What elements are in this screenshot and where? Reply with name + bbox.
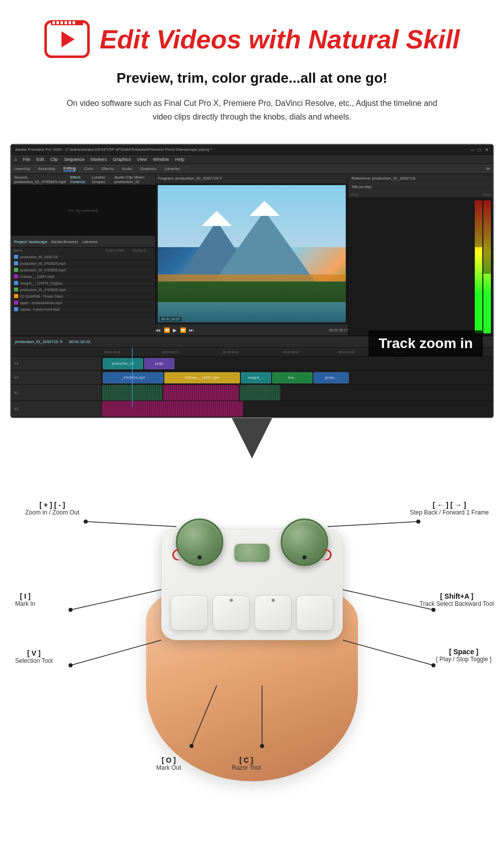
tab-libraries[interactable]: Libraries <box>164 166 180 171</box>
audioclip-tab[interactable]: Audio Clip Mixer: production_ID <box>114 175 152 184</box>
track-content-a1 <box>102 385 493 401</box>
tab-effects[interactable]: Effects <box>101 166 113 171</box>
playhead <box>132 348 133 407</box>
file-icon <box>14 261 18 265</box>
center-pad[interactable] <box>234 544 270 562</box>
button-right[interactable] <box>296 595 333 631</box>
project-tab[interactable]: Project: landscape <box>14 240 47 244</box>
media-browser-tab[interactable]: Media Browser <box>51 240 78 244</box>
tab-color[interactable]: Color <box>84 166 93 171</box>
ruler-end: 20:00 <box>483 193 491 196</box>
tab-assembly[interactable]: Assembly <box>38 166 55 171</box>
btn-play[interactable]: ▶ <box>173 327 177 333</box>
svg-point-4 <box>416 520 420 524</box>
menu-window[interactable]: Window <box>153 157 169 162</box>
out-timecode: 00:01:55:17 <box>329 328 348 332</box>
menu-markers[interactable]: Markers <box>91 157 107 162</box>
svg-marker-0 <box>232 418 272 459</box>
tab-editing[interactable]: Editing <box>64 166 76 171</box>
premiere-content: Source: production_ID_4763825.mp4 Effect… <box>11 174 493 335</box>
vu-meter-left <box>475 200 482 333</box>
label-mark-in: [ I ] Mark In <box>15 592 35 607</box>
right-panel-header2: Title (no title) <box>348 183 493 191</box>
button-center-left[interactable] <box>213 595 249 631</box>
menu-edit[interactable]: Edit <box>36 157 44 162</box>
maximize-btn[interactable]: □ <box>478 147 481 152</box>
mountain-bg <box>158 219 346 281</box>
workspace-menu[interactable]: ≫ <box>486 166 490 171</box>
water <box>158 302 346 323</box>
list-item: production_ID_4763825.mp4 <box>13 260 153 267</box>
device-knob-right[interactable] <box>281 519 328 566</box>
menu-clip[interactable]: Clip <box>50 157 58 162</box>
description: On video software such as Final Cut Pro … <box>63 96 441 124</box>
tab-audio[interactable]: Audio <box>122 166 132 171</box>
tab-graphics[interactable]: Graphics <box>140 166 156 171</box>
clip-v2-1[interactable]: production_ID <box>103 358 143 369</box>
list-item: spain - fontanamiento.mp3 <box>13 300 153 306</box>
clip-v1-4[interactable]: ima... <box>272 372 312 383</box>
razor-key: [ C ] <box>232 756 261 764</box>
button-center-right[interactable] <box>255 595 291 631</box>
app-name: Adobe Premiere Pro 2020 - C:\Administrat… <box>15 147 212 152</box>
project-file-list: Name Frame Rate Media S... production_ID… <box>11 248 155 335</box>
audio-clip-a1-2[interactable] <box>163 385 239 401</box>
svg-line-5 <box>71 590 161 610</box>
btn-go-start[interactable]: ⏮ <box>156 327 161 333</box>
device-body <box>161 529 343 640</box>
button-dot-2 <box>272 599 275 602</box>
menu-help[interactable]: Help <box>175 157 184 162</box>
track-content-v1: _47e3824.mp4 Crimea_-_13857.mp4 seagull_… <box>102 371 493 384</box>
source-label: Source: production_ID_4763825.mp4 <box>14 175 66 184</box>
btn-step-back[interactable]: ⏪ <box>164 327 170 333</box>
lumetri-tab[interactable]: Lumetri Scopes <box>92 175 110 184</box>
effect-controls-tab[interactable]: Effect Controls <box>70 175 88 184</box>
track-label-a1: A1 <box>11 385 102 401</box>
menu-file[interactable]: File <box>23 157 30 162</box>
timeline-tracks: V2 production_ID proje V1 _47e3824.mp4 C… <box>11 357 493 417</box>
list-item: production_ID_3292719 <box>13 254 153 260</box>
clip-v1-2[interactable]: Crimea_-_13857.mp4 <box>164 372 240 383</box>
timeline-ruler: 00:01:14:23 00:00:24:23 00:00:44:11 00:0… <box>11 348 493 357</box>
device-buttons-row <box>171 595 333 631</box>
track-label-v2: V2 <box>11 357 102 370</box>
device-knob-left[interactable] <box>176 519 223 566</box>
track-content-a2 <box>102 401 493 417</box>
clip-v1-3[interactable]: seagull_... <box>241 372 271 383</box>
shift-a-key: [ Shift+A ] <box>420 592 494 600</box>
menu-view[interactable]: View <box>137 157 147 162</box>
file-icon <box>14 281 18 285</box>
file-icon <box>14 301 18 305</box>
btn-step-fwd[interactable]: ⏩ <box>180 327 186 333</box>
libraries-tab[interactable]: Libraries <box>82 240 98 244</box>
program-label: Program: production_ID_3292719 ≡ <box>158 176 222 181</box>
list-item: production_ID_4763825.mp4 <box>13 287 153 293</box>
btn-go-end[interactable]: ⏭ <box>189 327 194 333</box>
menu-graphics[interactable]: Graphics <box>113 157 131 162</box>
clip-v2-2[interactable]: proje <box>144 358 174 369</box>
zoom-key: [ + ] [ - ] <box>25 501 79 509</box>
menu-item-home: ⌂ <box>14 157 17 162</box>
knob-left-sensor <box>198 555 202 559</box>
knob-left-arrow <box>170 547 185 563</box>
minimize-btn[interactable]: ─ <box>471 147 474 152</box>
clip-v1-5[interactable]: produ... <box>313 372 349 383</box>
track-label-v1: V1 <box>11 371 102 384</box>
ruler-start: 00:00 <box>350 193 358 196</box>
label-space: [ Space ] [ Play / Stop Toggle ] <box>436 648 491 663</box>
audio-clip-a1-3[interactable] <box>240 385 280 401</box>
center-panel: Program: production_ID_3292719 ≡ <box>156 174 348 335</box>
file-icon <box>14 307 18 311</box>
razor-desc: Razor Tool <box>232 764 261 771</box>
track-row-a1: A1 <box>11 385 493 401</box>
arrow-connector <box>0 418 504 459</box>
audio-clip-a2-1[interactable] <box>102 401 243 417</box>
menu-sequence[interactable]: Sequence <box>64 157 85 162</box>
mark-in-key: [ I ] <box>15 592 35 600</box>
button-left[interactable] <box>171 595 208 631</box>
mountain-snow-2 <box>249 201 280 216</box>
tab-learning[interactable]: Learning <box>14 166 30 171</box>
reference-label: Reference: production_ID_3292719 <box>351 176 415 181</box>
clip-v1-1[interactable]: _47e3824.mp4 <box>103 372 163 383</box>
close-btn[interactable]: ✕ <box>485 147 489 152</box>
